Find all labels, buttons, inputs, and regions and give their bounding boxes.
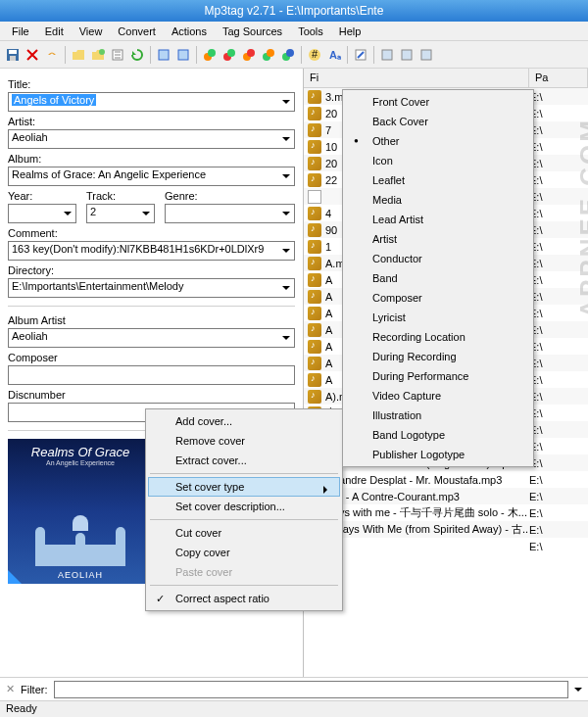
cover-selected-icon xyxy=(8,570,22,584)
covertype-back-cover[interactable]: Back Cover xyxy=(345,112,531,131)
covertype-lead-artist[interactable]: Lead Artist xyxy=(345,210,531,229)
svg-text:#: # xyxy=(312,48,318,60)
title-field[interactable]: Angels of Victory xyxy=(8,92,295,112)
table-row[interactable]: lexandre Desplat - Mr. Moustafa.mp3E:\ xyxy=(304,471,588,488)
menu-edit[interactable]: Edit xyxy=(37,24,72,39)
covertype-front-cover[interactable]: Front Cover xyxy=(345,92,531,112)
year-field[interactable] xyxy=(8,204,76,223)
tag2-icon[interactable] xyxy=(174,46,192,64)
filter-label: Filter: xyxy=(21,684,48,695)
filter-close-icon[interactable]: ✕ xyxy=(6,683,15,695)
covertype-during-performance[interactable]: During Performance xyxy=(345,366,531,386)
delete-icon[interactable] xyxy=(24,46,41,64)
num-icon[interactable]: # xyxy=(306,46,323,64)
directory-field[interactable]: E:\Importants\Entertainment\Melody xyxy=(8,278,295,298)
save-icon[interactable] xyxy=(4,46,22,64)
col-path[interactable]: Pa xyxy=(529,69,588,87)
file-icon xyxy=(308,273,321,287)
a4-icon[interactable] xyxy=(260,46,277,64)
menu-set-cover-type[interactable]: Set cover type xyxy=(148,477,340,497)
title-label: Title: xyxy=(8,78,295,90)
artist-field[interactable]: Aeoliah xyxy=(8,129,295,149)
menu-copy-cover[interactable]: Copy cover xyxy=(148,543,340,562)
tag1-icon[interactable] xyxy=(155,46,172,64)
file-icon xyxy=(308,307,321,320)
track-label: Track: xyxy=(86,190,155,202)
table-row[interactable]: ways with me - 千与千寻片尾曲 solo - 木...E:\ xyxy=(304,504,588,521)
comment-field[interactable]: 163 key(Don't modify):Nl7KBB481H1s6KDr+0… xyxy=(8,241,295,261)
covertype-band-logotype[interactable]: Band Logotype xyxy=(345,425,531,445)
file-icon xyxy=(308,90,321,104)
menu-view[interactable]: View xyxy=(72,24,111,39)
a5-icon[interactable] xyxy=(279,46,297,64)
svg-point-3 xyxy=(99,49,105,55)
a1-icon[interactable] xyxy=(201,46,219,64)
covertype-recording-location[interactable]: Recording Location xyxy=(345,327,531,347)
file-icon xyxy=(308,173,321,187)
case-icon[interactable]: Aₐ xyxy=(325,46,343,64)
covertype-leaflet[interactable]: Leaflet xyxy=(345,170,531,190)
discnumber-label: Discnumber xyxy=(8,389,295,401)
covertype-icon[interactable]: Icon xyxy=(345,151,531,170)
b1-icon[interactable] xyxy=(378,46,396,64)
covertype-conductor[interactable]: Conductor xyxy=(345,249,531,268)
covertype-illustration[interactable]: Illustration xyxy=(345,406,531,425)
undo-icon[interactable] xyxy=(43,46,61,64)
b3-icon[interactable] xyxy=(417,46,435,64)
a2-icon[interactable] xyxy=(220,46,238,64)
menu-convert[interactable]: Convert xyxy=(110,24,164,39)
menu-aspect-ratio[interactable]: Correct aspect ratio xyxy=(148,589,340,608)
covertype-artist[interactable]: Artist xyxy=(345,229,531,249)
menu-help[interactable]: Help xyxy=(331,24,369,39)
svg-rect-21 xyxy=(382,50,392,60)
filter-dropdown-icon[interactable] xyxy=(574,688,582,695)
covertype-publisher-logotype[interactable]: Publisher Logotype xyxy=(345,445,531,464)
file-icon xyxy=(308,373,321,387)
file-icon xyxy=(308,157,321,170)
window-title: Mp3tag v2.71 - E:\Importants\Ente xyxy=(205,4,384,18)
folder-open-icon[interactable] xyxy=(89,46,107,64)
svg-point-10 xyxy=(227,49,235,57)
covertype-media[interactable]: Media xyxy=(345,190,531,210)
file-icon xyxy=(308,357,321,370)
track-field[interactable]: 2 xyxy=(86,204,155,223)
composer-field[interactable] xyxy=(8,365,295,385)
comment-label: Comment: xyxy=(8,227,295,239)
covertype-other[interactable]: Other xyxy=(345,131,531,151)
col-filename[interactable]: Fi xyxy=(304,69,529,87)
table-row[interactable]: Always With Me (from Spirited Away) - 古.… xyxy=(304,521,588,538)
playlist-icon[interactable] xyxy=(109,46,126,64)
genre-field[interactable] xyxy=(165,204,295,223)
menu-remove-cover[interactable]: Remove cover xyxy=(148,431,340,451)
menu-add-cover[interactable]: Add cover... xyxy=(148,411,340,431)
svg-rect-1 xyxy=(9,50,17,54)
folder-icon[interactable] xyxy=(70,46,87,64)
table-row[interactable]: AE:\ xyxy=(304,538,588,554)
cover-art[interactable]: Realms Of Grace An Angelic Experience AE… xyxy=(8,439,153,584)
albumartist-field[interactable]: Aeoliah xyxy=(8,328,295,348)
year-label: Year: xyxy=(8,190,76,202)
menu-file[interactable]: File xyxy=(4,24,37,39)
menu-tagsources[interactable]: Tag Sources xyxy=(215,24,290,39)
covertype-lyricist[interactable]: Lyricist xyxy=(345,308,531,327)
menubar: File Edit View Convert Actions Tag Sourc… xyxy=(0,22,588,41)
file-icon xyxy=(308,123,321,137)
file-icon xyxy=(308,140,321,154)
album-field[interactable]: Realms of Grace: An Angelic Experience xyxy=(8,167,295,186)
menu-actions[interactable]: Actions xyxy=(164,24,215,39)
covertype-video-capture[interactable]: Video Capture xyxy=(345,386,531,406)
table-row[interactable]: zée - A Contre-Courant.mp3E:\ xyxy=(304,488,588,504)
menu-paste-cover: Paste cover xyxy=(148,562,340,582)
covertype-composer[interactable]: Composer xyxy=(345,288,531,308)
refresh-icon[interactable] xyxy=(128,46,146,64)
covertype-during-recording[interactable]: During Recording xyxy=(345,347,531,366)
covertype-band[interactable]: Band xyxy=(345,268,531,288)
a3-icon[interactable] xyxy=(240,46,258,64)
menu-extract-cover[interactable]: Extract cover... xyxy=(148,451,340,470)
menu-cut-cover[interactable]: Cut cover xyxy=(148,523,340,543)
edit-icon[interactable] xyxy=(352,46,369,64)
menu-set-cover-desc[interactable]: Set cover description... xyxy=(148,497,340,516)
filter-input[interactable] xyxy=(54,681,569,698)
b2-icon[interactable] xyxy=(398,46,416,64)
menu-tools[interactable]: Tools xyxy=(290,24,331,39)
